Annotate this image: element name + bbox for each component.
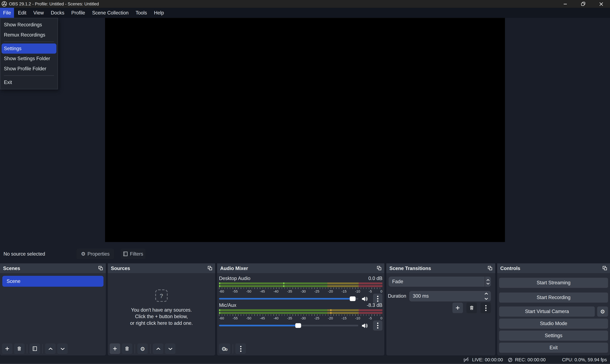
remove-source-button[interactable] — [122, 343, 132, 354]
scene-transitions-panel: Scene Transitions Fade Duration 300 ms — [386, 263, 495, 355]
filter-icon — [123, 251, 128, 256]
remove-scene-button[interactable] — [14, 343, 25, 354]
gear-icon: ⚙ — [81, 251, 86, 256]
menu-file[interactable]: File — [0, 8, 14, 18]
chevron-up-icon — [156, 347, 161, 350]
meter-tick-label: -40 — [273, 316, 279, 320]
volume-meter — [219, 309, 382, 314]
statusbar: LIVE: 00:00:00 REC: 00:00:00 CPU: 0.0%, … — [0, 355, 610, 364]
scene-filters-button[interactable] — [29, 343, 40, 354]
meter-tick-label: -25 — [314, 289, 319, 293]
settings-button[interactable]: Settings — [499, 331, 608, 341]
duration-decrement[interactable] — [484, 298, 488, 300]
studio-mode-button[interactable]: Studio Mode — [499, 319, 608, 329]
popout-icon — [602, 266, 607, 271]
file-menu-show-profile-folder[interactable]: Show Profile Folder — [0, 64, 57, 74]
plus-icon — [5, 346, 10, 351]
channel-db-label: -8.3 dB — [367, 303, 382, 308]
move-source-up-button[interactable] — [153, 343, 163, 354]
volume-slider[interactable] — [219, 325, 358, 326]
window-title: OBS 29.1.2 - Profile: Untitled - Scenes:… — [9, 1, 99, 6]
sources-empty-state: ? You don't have any sources. Click the … — [108, 289, 215, 327]
meter-tick-label: -30 — [301, 316, 306, 320]
duration-increment[interactable] — [484, 293, 488, 295]
virtual-camera-config-button[interactable]: ⚙ — [597, 307, 608, 317]
move-scene-down-button[interactable] — [57, 343, 68, 354]
gear-icon: ⚙ — [140, 346, 145, 351]
mixer-channel-desktop-audio: Desktop Audio 0.0 dB -60-55-50-45-40-35-… — [219, 275, 382, 303]
file-menu-exit[interactable]: Exit — [0, 77, 57, 88]
menu-tools[interactable]: Tools — [133, 8, 150, 18]
start-virtual-camera-button[interactable]: Start Virtual Camera — [499, 307, 595, 317]
scene-transitions-panel-header[interactable]: Scene Transitions — [386, 263, 495, 273]
menu-docks[interactable]: Docks — [48, 8, 67, 18]
sources-empty-area[interactable]: ? You don't have any sources. Click the … — [108, 273, 215, 355]
controls-panel-header[interactable]: Controls — [497, 263, 610, 273]
meter-tick-label: -20 — [328, 316, 333, 320]
scenes-panel-header[interactable]: Scenes — [0, 263, 106, 273]
menu-separator — [4, 75, 54, 76]
meter-tick-label: -25 — [314, 316, 319, 320]
menu-profile[interactable]: Profile — [68, 8, 88, 18]
speaker-icon[interactable] — [361, 296, 368, 302]
plus-icon — [112, 346, 118, 351]
volume-slider-handle[interactable] — [295, 323, 301, 328]
remove-transition-button[interactable] — [466, 303, 477, 313]
menu-edit[interactable]: Edit — [15, 8, 29, 18]
file-menu-show-recordings[interactable]: Show Recordings — [0, 20, 57, 30]
restore-button[interactable] — [574, 0, 592, 8]
preview-canvas[interactable] — [105, 18, 505, 242]
transition-select[interactable]: Fade — [389, 276, 491, 287]
duration-input[interactable]: 300 ms — [409, 291, 491, 301]
transition-menu-button[interactable] — [480, 303, 491, 313]
source-properties-button[interactable]: ⚙ — [137, 343, 148, 354]
sources-panel-header[interactable]: Sources — [108, 263, 215, 273]
meter-tick-label: -55 — [233, 289, 238, 293]
menu-scene-collection[interactable]: Scene Collection — [89, 8, 132, 18]
file-menu-dropdown: Show Recordings Remux Recordings Setting… — [0, 18, 58, 89]
exit-button[interactable]: Exit — [499, 343, 608, 353]
select-spinner[interactable] — [485, 276, 491, 287]
move-source-down-button[interactable] — [165, 343, 176, 354]
meter-ruler — [219, 287, 382, 289]
add-transition-button[interactable] — [452, 303, 463, 313]
add-source-button[interactable] — [110, 343, 120, 354]
meter-tick-label: -20 — [328, 289, 333, 293]
volume-slider-handle[interactable] — [350, 296, 355, 301]
chevron-up-icon — [48, 347, 53, 350]
start-recording-button[interactable]: Start Recording — [499, 293, 608, 303]
file-menu-remux-recordings[interactable]: Remux Recordings — [0, 30, 57, 40]
close-button[interactable] — [592, 0, 610, 8]
scene-list-item[interactable]: Scene — [2, 276, 104, 287]
trash-icon — [17, 346, 22, 351]
sources-toolbar: ⚙ — [110, 343, 176, 354]
source-toolbar: No source selected ⚙ Properties Filters — [0, 248, 610, 260]
filters-button[interactable]: Filters — [121, 248, 146, 259]
statusbar-bottom-line — [0, 363, 610, 364]
menu-separator — [4, 42, 54, 42]
properties-button[interactable]: ⚙ Properties — [77, 248, 114, 259]
channel-menu-button[interactable] — [373, 321, 382, 331]
live-time-label: LIVE: 00:00:00 — [472, 357, 503, 363]
channel-name-label: Mic/Aux — [219, 303, 236, 308]
meter-tick-label: -35 — [287, 316, 292, 320]
minimize-button[interactable] — [556, 0, 574, 8]
add-scene-button[interactable] — [2, 343, 12, 354]
meter-tick-label: -10 — [355, 316, 360, 320]
double-gear-icon: ⚙⚙ — [221, 346, 228, 351]
volume-meter — [219, 282, 382, 287]
menu-help[interactable]: Help — [151, 8, 167, 18]
volume-slider[interactable] — [219, 298, 358, 299]
start-streaming-button[interactable]: Start Streaming — [499, 278, 608, 288]
advanced-audio-button[interactable]: ⚙⚙ — [219, 343, 230, 354]
speaker-icon[interactable] — [361, 323, 368, 328]
meter-tick-label: 0 — [380, 316, 382, 320]
mixer-menu-button[interactable] — [235, 343, 246, 354]
move-scene-up-button[interactable] — [45, 343, 56, 354]
file-menu-settings[interactable]: Settings — [1, 43, 56, 54]
no-source-selected-label: No source selected — [3, 248, 45, 260]
scenes-toolbar — [2, 343, 68, 354]
file-menu-show-settings-folder[interactable]: Show Settings Folder — [0, 54, 57, 64]
audio-mixer-panel-header[interactable]: Audio Mixer — [217, 263, 384, 273]
menu-view[interactable]: View — [30, 8, 47, 18]
